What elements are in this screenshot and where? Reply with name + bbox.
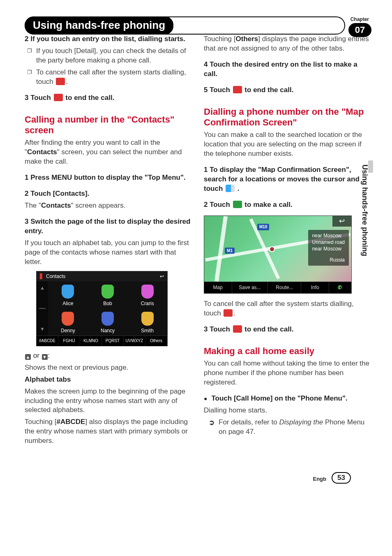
- contact-cell[interactable]: Alice: [48, 281, 88, 308]
- page-title-bar: Using hands-free phoning: [25, 16, 345, 35]
- text: .: [66, 78, 68, 86]
- others-bold: Others: [236, 35, 258, 43]
- flag-list-icon: [226, 185, 235, 192]
- footer-language: Engb: [313, 476, 327, 482]
- road-badge-m1: M1: [225, 248, 235, 254]
- text: Touching [: [25, 418, 57, 426]
- call-home-body: You can call home without taking the tim…: [204, 359, 371, 387]
- chevron-up-icon[interactable]: ▲: [40, 285, 45, 291]
- note-detail: If you touch [Detail], you can check the…: [36, 46, 192, 65]
- contact-cell[interactable]: Craris: [127, 281, 167, 308]
- map-info-panel: near Moscow Unnamed road near Moscow Rus…: [308, 230, 349, 266]
- map-tab-call-icon[interactable]: ✆: [329, 282, 351, 293]
- alphabet-tabs-body: Makes the screen jump to the beginning o…: [25, 387, 192, 415]
- text: or: [31, 352, 42, 359]
- page-footer: Engb 53: [25, 469, 371, 484]
- right-column: Touching [Others] displays the page incl…: [204, 35, 371, 448]
- contacts-step-3: 3 Switch the page of the list to display…: [25, 217, 192, 236]
- map-info-line: near Moscow: [312, 246, 345, 252]
- ref-italic: Displaying the: [279, 418, 323, 426]
- contact-name: Alice: [62, 301, 73, 306]
- map-info-line: near Moscow: [312, 232, 345, 239]
- avatar: [101, 312, 114, 326]
- dial-step-3: 3 Touch to end the call.: [204, 325, 371, 334]
- text: Touching [: [204, 35, 236, 43]
- heading-dialling-map: Dialling a phone number on the "Map Conf…: [204, 107, 371, 128]
- step-5: 5 Touch to end the call.: [204, 86, 371, 95]
- footer-page-number: 53: [332, 472, 351, 484]
- call-home-step: Touch [Call Home] on the "Phone Menu".: [204, 394, 371, 403]
- map-tab-info[interactable]: Info: [301, 282, 329, 293]
- text: :: [48, 352, 50, 359]
- arrows-line: ▲ or ▼:: [25, 351, 192, 361]
- text: to end the call.: [243, 86, 294, 94]
- chevron-down-icon[interactable]: ▼: [40, 326, 45, 332]
- text: .: [233, 309, 235, 317]
- contacts-screenshot: ▋ Contacts ↩ ▲ ▼ Alice Bob Craris Denny: [36, 271, 168, 346]
- map-pin-icon: [269, 246, 275, 252]
- avatar: [141, 285, 154, 299]
- end-call-icon: [54, 94, 63, 101]
- contacts-step-2-body: The "Contacts" screen appears.: [25, 201, 192, 211]
- text: For details, refer to: [219, 418, 279, 426]
- make-call-icon: [233, 201, 242, 208]
- step-3: 3 Touch to end the call.: [25, 93, 192, 103]
- alphabet-tab[interactable]: FGHIJ: [58, 336, 80, 346]
- text: to end the call.: [64, 94, 115, 102]
- contact-name: Smith: [141, 328, 154, 334]
- avatar: [141, 312, 154, 326]
- contact-cell[interactable]: Bob: [88, 281, 128, 308]
- text: If you touch [: [36, 47, 76, 55]
- alphabet-tabs-label: Alphabet tabs: [25, 375, 192, 385]
- text: " screen appears.: [71, 202, 126, 209]
- alphabet-tab[interactable]: UVWXYZ: [124, 336, 145, 346]
- call-home-step-body: Dialling home starts.: [204, 406, 371, 415]
- contact-name: Nancy: [101, 328, 115, 334]
- alphabet-tabs-body2: Touching [#ABCDE] also displays the page…: [25, 417, 192, 446]
- heading-calling-contacts: Calling a number in the "Contacts" scree…: [25, 114, 192, 136]
- contacts-step-3-body: If you touch an alphabet tab, you can ju…: [25, 239, 192, 267]
- dial-step-2: 2 Touch to make a call.: [204, 200, 371, 210]
- text: to end the call.: [243, 325, 294, 333]
- end-call-icon: [233, 325, 242, 333]
- cancel-body: To cancel the call after the system star…: [204, 299, 371, 318]
- contacts-bold: Contacts: [41, 202, 71, 209]
- side-section-title: Using hands-free phoning: [360, 164, 369, 256]
- contact-cell[interactable]: Smith: [127, 308, 167, 336]
- contact-name: Denny: [61, 328, 75, 334]
- back-icon[interactable]: ↩: [160, 273, 164, 280]
- text: 5 Touch: [204, 86, 232, 94]
- arrows-body: Shows the next or previous page.: [25, 363, 192, 373]
- text: on page 47.: [219, 428, 256, 436]
- scroll-side[interactable]: ▲ ▼: [37, 281, 48, 336]
- person-icon: ▋: [40, 273, 44, 280]
- chevron-up-icon: ▲: [25, 354, 31, 360]
- contact-cell[interactable]: Nancy: [88, 308, 128, 336]
- step-2: 2 If you touch an entry on the list, dia…: [25, 35, 192, 44]
- alphabet-tab[interactable]: Others: [145, 336, 167, 346]
- others-body: Touching [Others] displays the page incl…: [204, 35, 371, 53]
- alphabet-tab[interactable]: PQRST: [102, 336, 124, 346]
- text: 3 Touch: [25, 94, 53, 102]
- end-call-icon: [224, 309, 233, 317]
- contact-name: Craris: [141, 301, 154, 306]
- map-tab-route[interactable]: Route...: [268, 282, 301, 293]
- map-tab-map[interactable]: Map: [204, 282, 232, 293]
- dial-step-1: 1 To display the "Map Confirmation Scree…: [204, 165, 371, 194]
- end-call-icon: [56, 78, 65, 85]
- detail-bold: Detail: [76, 47, 94, 55]
- contacts-title: Contacts: [46, 273, 65, 280]
- alphabet-tab[interactable]: KLMNO: [80, 336, 102, 346]
- end-call-icon: [233, 86, 242, 93]
- alphabet-tab[interactable]: #ABCDE: [37, 336, 58, 346]
- map-info-country: Russia: [312, 257, 345, 263]
- text: to make a call.: [243, 201, 293, 208]
- step-4: 4 Touch the desired entry on the list to…: [204, 60, 371, 79]
- map-tab-saveas[interactable]: Save as...: [232, 282, 268, 293]
- contact-cell[interactable]: Denny: [48, 308, 88, 336]
- back-icon[interactable]: ↩: [332, 216, 351, 227]
- avatar: [101, 285, 114, 299]
- map-canvas[interactable]: M10 M1 ↩ near Moscow Unnamed road near M…: [204, 216, 351, 282]
- ref-bold: Phone Menu: [323, 418, 364, 426]
- contacts-header: ▋ Contacts ↩: [37, 271, 167, 281]
